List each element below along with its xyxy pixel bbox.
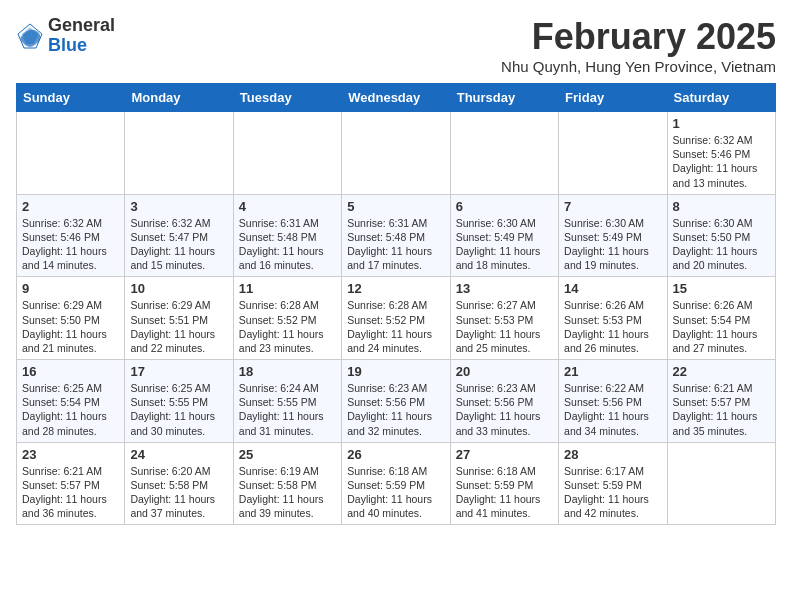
day-number: 10 <box>130 281 227 296</box>
day-number: 3 <box>130 199 227 214</box>
calendar-cell: 16Sunrise: 6:25 AM Sunset: 5:54 PM Dayli… <box>17 360 125 443</box>
day-info: Sunrise: 6:25 AM Sunset: 5:54 PM Dayligh… <box>22 381 119 438</box>
day-info: Sunrise: 6:21 AM Sunset: 5:57 PM Dayligh… <box>22 464 119 521</box>
day-number: 13 <box>456 281 553 296</box>
calendar-cell: 7Sunrise: 6:30 AM Sunset: 5:49 PM Daylig… <box>559 194 667 277</box>
day-info: Sunrise: 6:31 AM Sunset: 5:48 PM Dayligh… <box>239 216 336 273</box>
day-number: 27 <box>456 447 553 462</box>
day-info: Sunrise: 6:30 AM Sunset: 5:50 PM Dayligh… <box>673 216 770 273</box>
calendar-cell: 23Sunrise: 6:21 AM Sunset: 5:57 PM Dayli… <box>17 442 125 525</box>
calendar-cell: 24Sunrise: 6:20 AM Sunset: 5:58 PM Dayli… <box>125 442 233 525</box>
logo-blue-text: Blue <box>48 35 87 55</box>
logo-text: General Blue <box>48 16 115 56</box>
day-number: 5 <box>347 199 444 214</box>
day-info: Sunrise: 6:30 AM Sunset: 5:49 PM Dayligh… <box>456 216 553 273</box>
logo-icon <box>16 22 44 50</box>
day-number: 2 <box>22 199 119 214</box>
day-info: Sunrise: 6:28 AM Sunset: 5:52 PM Dayligh… <box>239 298 336 355</box>
day-info: Sunrise: 6:26 AM Sunset: 5:54 PM Dayligh… <box>673 298 770 355</box>
day-info: Sunrise: 6:27 AM Sunset: 5:53 PM Dayligh… <box>456 298 553 355</box>
day-info: Sunrise: 6:22 AM Sunset: 5:56 PM Dayligh… <box>564 381 661 438</box>
calendar-cell <box>125 112 233 195</box>
day-info: Sunrise: 6:17 AM Sunset: 5:59 PM Dayligh… <box>564 464 661 521</box>
calendar-cell: 19Sunrise: 6:23 AM Sunset: 5:56 PM Dayli… <box>342 360 450 443</box>
day-number: 24 <box>130 447 227 462</box>
calendar-header-friday: Friday <box>559 84 667 112</box>
day-info: Sunrise: 6:23 AM Sunset: 5:56 PM Dayligh… <box>347 381 444 438</box>
month-title: February 2025 <box>501 16 776 58</box>
day-info: Sunrise: 6:29 AM Sunset: 5:50 PM Dayligh… <box>22 298 119 355</box>
calendar-body: 1Sunrise: 6:32 AM Sunset: 5:46 PM Daylig… <box>17 112 776 525</box>
calendar-cell: 6Sunrise: 6:30 AM Sunset: 5:49 PM Daylig… <box>450 194 558 277</box>
logo-general-text: General <box>48 15 115 35</box>
day-info: Sunrise: 6:25 AM Sunset: 5:55 PM Dayligh… <box>130 381 227 438</box>
day-info: Sunrise: 6:23 AM Sunset: 5:56 PM Dayligh… <box>456 381 553 438</box>
day-number: 22 <box>673 364 770 379</box>
calendar-header-wednesday: Wednesday <box>342 84 450 112</box>
calendar-cell: 18Sunrise: 6:24 AM Sunset: 5:55 PM Dayli… <box>233 360 341 443</box>
calendar-cell: 9Sunrise: 6:29 AM Sunset: 5:50 PM Daylig… <box>17 277 125 360</box>
calendar-cell: 2Sunrise: 6:32 AM Sunset: 5:46 PM Daylig… <box>17 194 125 277</box>
calendar-cell <box>559 112 667 195</box>
day-number: 19 <box>347 364 444 379</box>
calendar-cell: 5Sunrise: 6:31 AM Sunset: 5:48 PM Daylig… <box>342 194 450 277</box>
calendar-header-thursday: Thursday <box>450 84 558 112</box>
day-number: 11 <box>239 281 336 296</box>
day-info: Sunrise: 6:19 AM Sunset: 5:58 PM Dayligh… <box>239 464 336 521</box>
calendar-week-5: 23Sunrise: 6:21 AM Sunset: 5:57 PM Dayli… <box>17 442 776 525</box>
day-info: Sunrise: 6:32 AM Sunset: 5:47 PM Dayligh… <box>130 216 227 273</box>
day-number: 23 <box>22 447 119 462</box>
day-number: 16 <box>22 364 119 379</box>
calendar-cell: 11Sunrise: 6:28 AM Sunset: 5:52 PM Dayli… <box>233 277 341 360</box>
calendar-cell <box>17 112 125 195</box>
calendar-cell <box>450 112 558 195</box>
calendar-cell: 10Sunrise: 6:29 AM Sunset: 5:51 PM Dayli… <box>125 277 233 360</box>
day-number: 25 <box>239 447 336 462</box>
calendar-cell: 14Sunrise: 6:26 AM Sunset: 5:53 PM Dayli… <box>559 277 667 360</box>
day-number: 1 <box>673 116 770 131</box>
day-number: 26 <box>347 447 444 462</box>
calendar-cell: 26Sunrise: 6:18 AM Sunset: 5:59 PM Dayli… <box>342 442 450 525</box>
day-info: Sunrise: 6:18 AM Sunset: 5:59 PM Dayligh… <box>347 464 444 521</box>
calendar-cell: 3Sunrise: 6:32 AM Sunset: 5:47 PM Daylig… <box>125 194 233 277</box>
day-number: 12 <box>347 281 444 296</box>
calendar-cell <box>342 112 450 195</box>
day-number: 7 <box>564 199 661 214</box>
day-info: Sunrise: 6:28 AM Sunset: 5:52 PM Dayligh… <box>347 298 444 355</box>
logo: General Blue <box>16 16 115 56</box>
calendar-header-monday: Monday <box>125 84 233 112</box>
day-number: 18 <box>239 364 336 379</box>
calendar-week-4: 16Sunrise: 6:25 AM Sunset: 5:54 PM Dayli… <box>17 360 776 443</box>
day-number: 21 <box>564 364 661 379</box>
day-number: 8 <box>673 199 770 214</box>
day-info: Sunrise: 6:30 AM Sunset: 5:49 PM Dayligh… <box>564 216 661 273</box>
calendar-cell: 15Sunrise: 6:26 AM Sunset: 5:54 PM Dayli… <box>667 277 775 360</box>
calendar-cell: 22Sunrise: 6:21 AM Sunset: 5:57 PM Dayli… <box>667 360 775 443</box>
day-info: Sunrise: 6:21 AM Sunset: 5:57 PM Dayligh… <box>673 381 770 438</box>
calendar-cell: 12Sunrise: 6:28 AM Sunset: 5:52 PM Dayli… <box>342 277 450 360</box>
day-number: 28 <box>564 447 661 462</box>
calendar-header-tuesday: Tuesday <box>233 84 341 112</box>
day-number: 17 <box>130 364 227 379</box>
day-info: Sunrise: 6:32 AM Sunset: 5:46 PM Dayligh… <box>673 133 770 190</box>
location-text: Nhu Quynh, Hung Yen Province, Vietnam <box>501 58 776 75</box>
calendar-table: SundayMondayTuesdayWednesdayThursdayFrid… <box>16 83 776 525</box>
calendar-week-2: 2Sunrise: 6:32 AM Sunset: 5:46 PM Daylig… <box>17 194 776 277</box>
day-number: 14 <box>564 281 661 296</box>
calendar-cell <box>667 442 775 525</box>
calendar-cell <box>233 112 341 195</box>
day-info: Sunrise: 6:31 AM Sunset: 5:48 PM Dayligh… <box>347 216 444 273</box>
calendar-cell: 28Sunrise: 6:17 AM Sunset: 5:59 PM Dayli… <box>559 442 667 525</box>
calendar-cell: 1Sunrise: 6:32 AM Sunset: 5:46 PM Daylig… <box>667 112 775 195</box>
calendar-cell: 25Sunrise: 6:19 AM Sunset: 5:58 PM Dayli… <box>233 442 341 525</box>
calendar-header-saturday: Saturday <box>667 84 775 112</box>
day-info: Sunrise: 6:26 AM Sunset: 5:53 PM Dayligh… <box>564 298 661 355</box>
day-number: 20 <box>456 364 553 379</box>
day-number: 15 <box>673 281 770 296</box>
calendar-cell: 27Sunrise: 6:18 AM Sunset: 5:59 PM Dayli… <box>450 442 558 525</box>
calendar-header-sunday: Sunday <box>17 84 125 112</box>
page-header: General Blue February 2025 Nhu Quynh, Hu… <box>16 16 776 75</box>
day-info: Sunrise: 6:20 AM Sunset: 5:58 PM Dayligh… <box>130 464 227 521</box>
day-number: 6 <box>456 199 553 214</box>
calendar-cell: 4Sunrise: 6:31 AM Sunset: 5:48 PM Daylig… <box>233 194 341 277</box>
